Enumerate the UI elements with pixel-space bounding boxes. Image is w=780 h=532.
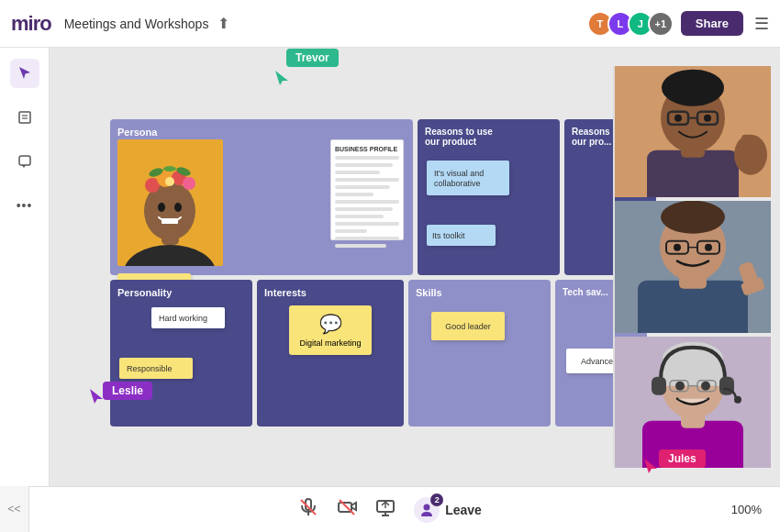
video-tile-3 xyxy=(615,337,771,468)
miro-logo: miro xyxy=(11,12,51,36)
svg-rect-3 xyxy=(19,156,30,165)
video-tile-2 xyxy=(615,201,771,332)
reasons1-label: Reasons to useour product xyxy=(425,127,552,147)
personality-cell: Personality Hard working Responsible xyxy=(110,280,252,427)
board-content: Trevor Leslie Jules Persona xyxy=(55,66,771,468)
sticky-hardworking: Hard working xyxy=(151,307,225,328)
skills-label: Skills xyxy=(416,287,543,298)
svg-point-29 xyxy=(704,115,711,122)
avatar-group: T L J +1 xyxy=(587,11,674,37)
document-placeholder: BUSINESS PROFILE xyxy=(330,139,404,240)
svg-point-14 xyxy=(165,177,174,186)
collapse-panel-button[interactable]: << xyxy=(0,486,29,532)
canvas-area: ••• Trevor Leslie Jules Persona xyxy=(0,48,780,486)
more-tools[interactable]: ••• xyxy=(10,191,39,220)
avatar-count: +1 xyxy=(648,11,674,37)
leave-icon: 2 xyxy=(414,497,440,523)
cursor-label-leslie: Leslie xyxy=(103,382,152,400)
sticky-digital-marketing: 💬 Digital marketing xyxy=(289,305,372,355)
svg-point-41 xyxy=(705,244,712,251)
mic-off-icon[interactable] xyxy=(298,497,318,522)
top-row: Persona xyxy=(110,119,661,275)
topbar-right: T L J +1 Share ☰ xyxy=(587,11,769,37)
svg-rect-50 xyxy=(652,376,666,394)
share-screen-icon[interactable] xyxy=(375,497,396,522)
svg-point-9 xyxy=(174,203,182,212)
interests-cell: Interests 💬 Digital marketing xyxy=(257,280,404,427)
svg-point-36 xyxy=(661,201,725,234)
skills-cell: Skills Good leader xyxy=(408,280,551,427)
svg-point-13 xyxy=(183,177,195,190)
svg-point-66 xyxy=(424,504,430,510)
bottom-row: Personality Hard working Responsible Int… xyxy=(110,280,661,427)
sticky-responsible: Responsible xyxy=(119,358,193,379)
svg-rect-0 xyxy=(19,112,30,123)
svg-point-28 xyxy=(674,115,682,122)
svg-point-8 xyxy=(158,203,165,212)
left-sidebar: ••• xyxy=(0,48,50,486)
upload-icon[interactable]: ⬆ xyxy=(217,15,229,32)
svg-rect-18 xyxy=(162,218,178,224)
sticky-visual: It's visual and collaborative xyxy=(427,161,509,195)
reasons1-cell: Reasons to useour product It's visual an… xyxy=(418,119,560,275)
svg-point-17 xyxy=(163,166,176,172)
notification-badge: 2 xyxy=(430,493,443,506)
cursor-label-trevor: Trevor xyxy=(286,49,339,67)
menu-icon[interactable]: ☰ xyxy=(754,14,769,34)
leave-button[interactable]: 2 Leave xyxy=(414,497,482,523)
board-title: Meetings and Workshops xyxy=(64,17,209,31)
persona-cell: Persona xyxy=(110,119,413,275)
sticky-tool[interactable] xyxy=(10,103,39,132)
cursor-trevor: Trevor xyxy=(275,71,288,91)
svg-point-53 xyxy=(675,381,685,390)
svg-point-24 xyxy=(662,70,724,106)
persona-image xyxy=(117,139,223,266)
svg-point-54 xyxy=(701,381,710,390)
sticky-toolkit: Its toolkit xyxy=(427,225,496,246)
topbar: miro Meetings and Workshops ⬆ T L J +1 S… xyxy=(0,0,780,48)
zoom-level: 100% xyxy=(731,503,762,516)
video-panel xyxy=(613,66,771,468)
video-off-icon[interactable] xyxy=(337,497,357,522)
svg-rect-31 xyxy=(741,135,752,155)
persona-board: Persona xyxy=(110,119,661,427)
comment-tool[interactable] xyxy=(10,147,39,176)
persona-label: Persona xyxy=(117,127,406,138)
sticky-goodleader: Good leader xyxy=(431,312,505,340)
cursor-tool[interactable] xyxy=(10,59,39,88)
cursor-label-jules: Jules xyxy=(659,449,706,468)
share-button[interactable]: Share xyxy=(681,11,743,36)
svg-point-52 xyxy=(734,395,741,403)
interests-label: Interests xyxy=(264,287,396,298)
svg-point-40 xyxy=(674,244,681,251)
personality-label: Personality xyxy=(117,287,245,298)
video-tile-1 xyxy=(615,66,771,197)
bottombar: << 2 xyxy=(0,486,780,532)
